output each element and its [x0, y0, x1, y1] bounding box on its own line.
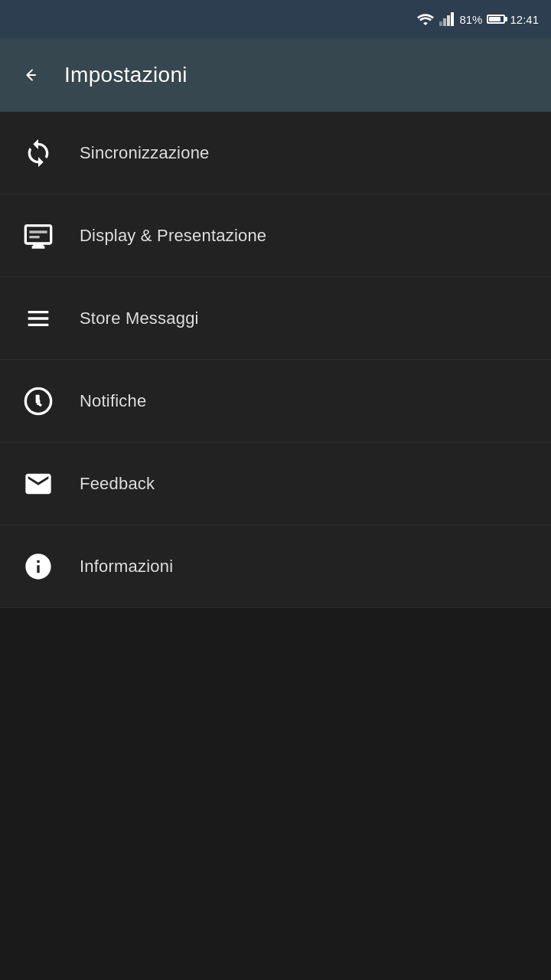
status-icons: 81% 12:41	[416, 12, 539, 26]
notification-icon	[18, 381, 58, 421]
menu-label-store-messaggi: Store Messaggi	[80, 309, 199, 328]
battery-percentage: 81%	[459, 13, 482, 26]
battery-fill	[489, 17, 500, 21]
display-icon	[18, 216, 58, 256]
messages-icon	[18, 299, 58, 338]
app-bar: Impostazioni	[0, 38, 551, 112]
menu-item-informazioni[interactable]: Informazioni	[0, 525, 551, 608]
menu-item-sincronizzazione[interactable]: Sincronizzazione	[0, 112, 551, 194]
battery-icon	[487, 15, 505, 24]
wifi-icon	[416, 12, 435, 26]
empty-area	[0, 608, 551, 914]
menu-item-notifiche[interactable]: Notifiche	[0, 360, 551, 443]
svg-rect-1	[443, 18, 446, 26]
page-title: Impostazioni	[64, 63, 187, 87]
status-bar: 81% 12:41	[0, 0, 551, 38]
time-display: 12:41	[510, 13, 539, 26]
signal-icon	[439, 12, 455, 26]
menu-label-informazioni: Informazioni	[80, 557, 173, 577]
svg-rect-0	[439, 21, 442, 26]
info-icon	[18, 547, 58, 586]
menu-label-display: Display & Presentazione	[80, 226, 266, 246]
svg-rect-2	[447, 15, 450, 26]
back-button[interactable]	[15, 60, 46, 90]
menu-label-notifiche: Notifiche	[80, 391, 146, 411]
sync-icon	[18, 133, 58, 173]
menu-item-display[interactable]: Display & Presentazione	[0, 194, 551, 277]
menu-label-feedback: Feedback	[80, 474, 155, 494]
menu-item-feedback[interactable]: Feedback	[0, 443, 551, 525]
mail-icon	[18, 464, 58, 504]
svg-rect-3	[451, 12, 454, 26]
menu-item-store-messaggi[interactable]: Store Messaggi	[0, 277, 551, 360]
menu-label-sincronizzazione: Sincronizzazione	[80, 143, 210, 163]
settings-menu: Sincronizzazione Display & Presentazione…	[0, 112, 551, 608]
